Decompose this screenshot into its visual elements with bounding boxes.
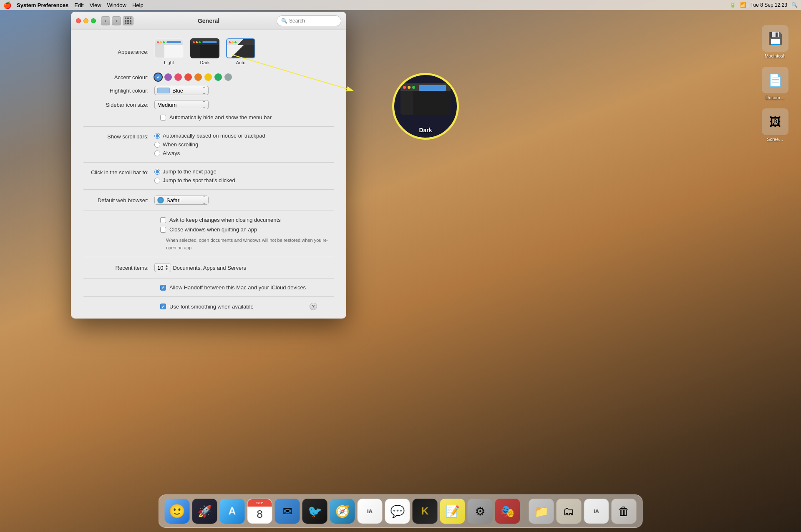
handoff-label: Allow Handoff between this Mac and your … xyxy=(169,284,306,291)
dock-icon-woo[interactable]: 🐦 xyxy=(302,499,327,524)
dock-icon-files1[interactable]: 📁 xyxy=(529,499,554,524)
search-input[interactable] xyxy=(289,18,337,24)
close-windows-checkbox[interactable] xyxy=(160,227,166,233)
menu-help[interactable]: Help xyxy=(132,2,144,8)
accent-pink[interactable] xyxy=(174,73,182,81)
grid-dots-icon xyxy=(125,18,131,24)
dark-dot-red xyxy=(403,86,406,89)
scroll-bars-auto-radio[interactable] xyxy=(154,133,160,139)
sidebar-icon-size-value: Medium xyxy=(157,102,201,108)
search-box[interactable]: 🔍 xyxy=(277,15,341,26)
dock-icon-appstore[interactable]: A xyxy=(220,499,245,524)
menu-system-preferences[interactable]: System Preferences xyxy=(17,2,68,8)
click-scroll-spot[interactable]: Jump to the spot that's clicked xyxy=(154,177,235,183)
ask-changes-row: Ask to keep changes when closing documen… xyxy=(83,217,334,223)
dock-icon-files2[interactable]: 🗂 xyxy=(557,499,582,524)
dock-icon-calendar[interactable]: SEP 8 xyxy=(247,499,272,524)
stepper-arrows: ▲ ▼ xyxy=(165,264,168,271)
desktop-icon-docum[interactable]: 📄 Docum… xyxy=(762,67,788,100)
section-divider-7 xyxy=(83,296,334,297)
accent-orange[interactable] xyxy=(194,73,202,81)
section-divider-1 xyxy=(83,126,334,127)
grid-view-button[interactable] xyxy=(123,16,134,25)
macintosh-icon: 💾 xyxy=(762,25,788,52)
appearance-option-light[interactable]: Light xyxy=(154,38,184,65)
desktop-icon-macintosh[interactable]: 💾 Macintosh xyxy=(762,25,788,58)
maximize-button[interactable] xyxy=(91,18,96,23)
click-scroll-row: Click in the scroll bar to: Jump to the … xyxy=(83,168,334,183)
section-divider-6 xyxy=(83,278,334,279)
sidebar-icon-size-select[interactable]: Medium ⌃⌄ xyxy=(154,100,209,109)
accent-yellow[interactable] xyxy=(204,73,212,81)
section-divider-2 xyxy=(83,162,334,163)
scroll-bars-always[interactable]: Always xyxy=(154,150,265,156)
appearance-option-dark[interactable]: Dark xyxy=(190,38,219,65)
menubar-checkbox[interactable] xyxy=(160,115,166,120)
scroll-bars-always-radio[interactable] xyxy=(154,151,160,156)
thumb-dot-r3 xyxy=(229,41,231,43)
click-scroll-next-page[interactable]: Jump to the next page xyxy=(154,168,235,175)
minimize-button[interactable] xyxy=(83,18,88,23)
dock-icon-mail[interactable]: ✉ xyxy=(275,499,300,524)
dock-icon-finder[interactable]: 🙂 xyxy=(165,499,190,524)
dock-icon-system-prefs[interactable]: ⚙ xyxy=(468,499,493,524)
apple-menu[interactable]: 🍎 xyxy=(3,1,12,9)
click-scroll-next-page-label: Jump to the next page xyxy=(163,168,217,175)
highlight-chevron-icon: ⌃⌄ xyxy=(202,86,206,95)
thumb-body-dark xyxy=(200,45,219,58)
font-smoothing-row: Use font smoothing when available ? xyxy=(83,303,334,310)
scroll-bars-auto[interactable]: Automatically based on mouse or trackpad xyxy=(154,133,265,139)
dock-icon-ia-writer[interactable]: iA xyxy=(358,499,383,524)
thumb-sidebar-dark xyxy=(191,45,200,58)
accent-blue[interactable] xyxy=(154,73,162,81)
appearance-label-auto: Auto xyxy=(236,60,246,65)
accent-purple[interactable] xyxy=(164,73,172,81)
desktop-icon-scree[interactable]: 🖼 Scree… xyxy=(762,108,788,142)
dock-icon-notes[interactable]: 📝 xyxy=(440,499,465,524)
highlight-colour-select[interactable]: Blue ⌃⌄ xyxy=(154,86,209,95)
menu-edit[interactable]: Edit xyxy=(74,2,83,8)
click-scroll-next-page-radio[interactable] xyxy=(154,169,160,175)
dock-icon-slack[interactable]: 💬 xyxy=(385,499,410,524)
menu-view[interactable]: View xyxy=(90,2,101,8)
thumb-body-light xyxy=(164,45,183,58)
search-icon[interactable]: 🔍 xyxy=(791,2,798,8)
scroll-bars-scrolling[interactable]: When scrolling xyxy=(154,141,265,148)
accent-colour-row: Accent colour: xyxy=(83,73,334,81)
back-button[interactable]: ‹ xyxy=(101,16,110,25)
ask-changes-checkbox[interactable] xyxy=(160,217,166,223)
handoff-checkbox[interactable] xyxy=(160,285,166,291)
section-divider-4 xyxy=(83,211,334,211)
scroll-bars-auto-label: Automatically based on mouse or trackpad xyxy=(163,133,265,139)
font-smoothing-checkbox[interactable] xyxy=(160,304,166,309)
dock-icon-kite[interactable]: K xyxy=(413,499,438,524)
dark-preview-toolbar-bar xyxy=(419,85,446,91)
wifi-icon: 📶 xyxy=(740,2,746,8)
accent-green[interactable] xyxy=(214,73,222,81)
close-button[interactable] xyxy=(76,18,81,23)
browser-select[interactable]: Safari ⌃⌄ xyxy=(154,196,209,205)
accent-graphite[interactable] xyxy=(224,73,232,81)
appearance-option-auto[interactable]: Auto xyxy=(226,38,255,65)
click-scroll-spot-radio[interactable] xyxy=(154,178,160,183)
appearance-label: Appearance: xyxy=(83,49,154,55)
forward-button[interactable]: › xyxy=(112,16,121,25)
thumb-dot-r xyxy=(157,41,159,43)
help-button[interactable]: ? xyxy=(310,303,317,310)
dock-icon-trash[interactable]: 🗑 xyxy=(612,499,637,524)
recent-items-row: Recent items: 10 ▲ ▼ Documents, Apps and… xyxy=(83,263,334,272)
datetime-display: Tue 8 Sep 12:23 xyxy=(751,2,787,8)
dock-icon-ia2[interactable]: iA xyxy=(584,499,609,524)
scroll-bars-scrolling-radio[interactable] xyxy=(154,142,160,148)
recent-items-stepper[interactable]: 10 ▲ ▼ xyxy=(154,263,171,272)
highlight-colour-row: Highlight colour: Blue ⌃⌄ xyxy=(83,86,334,95)
stepper-down-arrow[interactable]: ▼ xyxy=(165,268,168,271)
dark-preview-titlebar xyxy=(400,83,451,91)
dark-dot-yellow xyxy=(408,86,411,89)
accent-red[interactable] xyxy=(184,73,192,81)
dock-icon-safari[interactable]: 🧭 xyxy=(330,499,355,524)
thumb-dot-y xyxy=(160,41,162,43)
dock-icon-mikado[interactable]: 🎭 xyxy=(495,499,520,524)
menu-window[interactable]: Window xyxy=(107,2,126,8)
dock-icon-launchpad[interactable]: 🚀 xyxy=(192,499,217,524)
